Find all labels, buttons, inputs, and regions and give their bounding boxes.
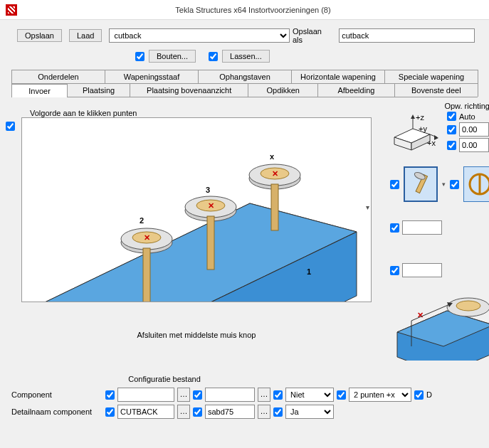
thumb1-check[interactable]	[390, 180, 399, 189]
tab-onderdelen[interactable]: Onderdelen	[11, 70, 105, 83]
side-field1[interactable]	[402, 220, 442, 235]
svg-rect-19	[271, 184, 278, 230]
comp-chk2[interactable]	[193, 390, 202, 400]
marker-2: 2	[140, 216, 144, 225]
det-browse1[interactable]: …	[177, 405, 190, 419]
component-label: Component	[11, 390, 102, 399]
comp-chk4[interactable]	[337, 390, 346, 400]
tab-horizontale[interactable]: Horizontale wapening	[291, 70, 385, 83]
marker-1: 1	[307, 267, 311, 276]
svg-marker-24	[411, 114, 415, 119]
save-as-input[interactable]	[339, 28, 475, 43]
config-title: Configuratie bestand	[11, 375, 317, 383]
svg-point-31	[414, 171, 426, 181]
detailnaam-label: Detailnaam component	[11, 407, 102, 416]
thumb-option-1[interactable]	[404, 166, 438, 202]
svg-text:+y: +y	[419, 124, 427, 133]
thumb2-check[interactable]	[450, 180, 459, 189]
svg-text:+z: +z	[416, 113, 424, 122]
tab-speciale[interactable]: Speciale wapening	[384, 70, 478, 83]
tab-ophangstaven[interactable]: Ophangstaven	[198, 70, 292, 83]
load-button[interactable]: Laad	[69, 29, 102, 42]
comp-browse2[interactable]: …	[258, 388, 270, 402]
tab-wapeningsstaaf[interactable]: Wapeningsstaaf	[105, 70, 199, 83]
tab-invoer[interactable]: Invoer	[11, 84, 68, 97]
bouten-button[interactable]: Bouten...	[149, 50, 196, 63]
auto-check[interactable]	[447, 112, 456, 121]
comp-field1[interactable]	[117, 388, 174, 402]
svg-rect-9	[143, 248, 150, 302]
auto-label: Auto	[459, 112, 475, 121]
preview-image[interactable]: ✕ ✕ ✕ 2 3 x 1 ▾	[21, 117, 372, 302]
marker-3: 3	[206, 186, 210, 194]
comp-select1[interactable]: Niet	[285, 388, 334, 402]
window-title: Tekla Structures x64 Instortvoorzieninge…	[23, 6, 483, 14]
tab-opdikken[interactable]: Opdikken	[248, 83, 318, 97]
comp-select-points[interactable]: 2 punten +x	[349, 388, 411, 402]
detail-preview: ✕	[390, 268, 489, 361]
axis-icon: +z +x +y	[390, 113, 438, 153]
val2-input[interactable]	[459, 138, 489, 152]
val2-check[interactable]	[447, 141, 456, 150]
opw-label: Opw. richting	[390, 102, 489, 110]
volgorde-check[interactable]	[6, 122, 15, 131]
svg-rect-14	[207, 216, 214, 270]
save-as-label: Opslaan als	[293, 27, 332, 44]
det-field1[interactable]	[117, 405, 174, 419]
svg-text:✕: ✕	[208, 201, 214, 210]
expand-icon[interactable]: ▾	[366, 203, 369, 211]
val1-check[interactable]	[447, 125, 456, 134]
svg-point-37	[456, 301, 480, 311]
svg-text:+x: +x	[427, 139, 436, 147]
comp-chk1[interactable]	[105, 390, 115, 400]
save-button[interactable]: Opslaan	[17, 29, 62, 42]
tab-plaatsing-bovenaanzicht[interactable]: Plaatsing bovenaanzicht	[130, 83, 248, 97]
tab-afbeelding[interactable]: Afbeelding	[317, 83, 395, 97]
lassen-button[interactable]: Lassen...	[222, 50, 270, 63]
bouten-check[interactable]	[135, 52, 144, 61]
tab-bovenste-deel[interactable]: Bovenste deel	[394, 83, 478, 97]
comp-chk3[interactable]	[273, 390, 283, 400]
lassen-check[interactable]	[209, 52, 218, 61]
preset-select[interactable]: cutback	[109, 28, 289, 43]
det-select1[interactable]: Ja	[285, 405, 334, 419]
val1-input[interactable]	[459, 122, 489, 137]
comp-field2[interactable]	[205, 388, 255, 402]
preview-caption: Afsluiten met middelste muis knop	[21, 331, 372, 339]
det-chk3[interactable]	[273, 407, 283, 417]
det-field2[interactable]	[205, 405, 255, 419]
tab-plaatsing[interactable]: Plaatsing	[67, 83, 130, 97]
svg-text:✕: ✕	[144, 233, 150, 242]
d-label: D	[426, 390, 432, 399]
comp-browse1[interactable]: …	[177, 388, 190, 402]
det-chk1[interactable]	[105, 407, 115, 417]
marker-x: x	[270, 152, 275, 161]
side-field1-check[interactable]	[390, 223, 399, 233]
comp-chk5[interactable]	[414, 390, 424, 400]
det-chk2[interactable]	[193, 407, 202, 417]
app-logo	[6, 4, 17, 16]
thumb-option-2[interactable]	[463, 166, 489, 202]
svg-text:✕: ✕	[272, 169, 278, 178]
det-browse2[interactable]: …	[258, 405, 270, 419]
